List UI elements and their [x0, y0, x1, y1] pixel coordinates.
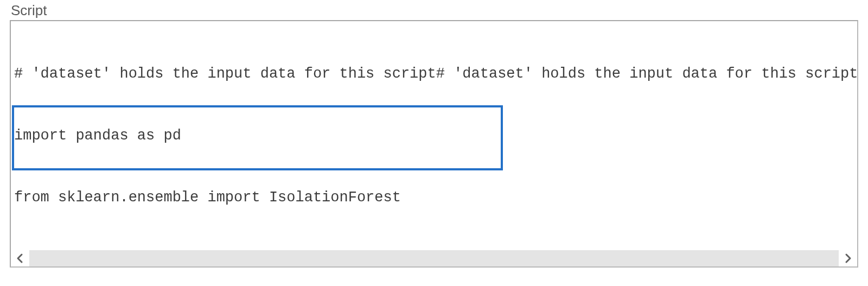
script-editor-box: # 'dataset' holds the input data for thi…: [10, 20, 858, 268]
script-code-area[interactable]: # 'dataset' holds the input data for thi…: [11, 21, 857, 250]
chevron-left-icon: [16, 253, 24, 264]
chevron-right-icon: [844, 253, 852, 264]
code-line[interactable]: # 'dataset' holds the input data for thi…: [14, 63, 854, 84]
horizontal-scrollbar[interactable]: [11, 250, 857, 266]
code-line[interactable]: from sklearn.ensemble import IsolationFo…: [14, 187, 854, 208]
editor-label: Script: [11, 2, 858, 19]
scroll-track[interactable]: [29, 250, 839, 266]
script-editor-panel: Script # 'dataset' holds the input data …: [0, 0, 868, 272]
scroll-right-button[interactable]: [839, 250, 857, 266]
scroll-left-button[interactable]: [11, 250, 29, 266]
code-line[interactable]: import pandas as pd: [14, 125, 854, 146]
